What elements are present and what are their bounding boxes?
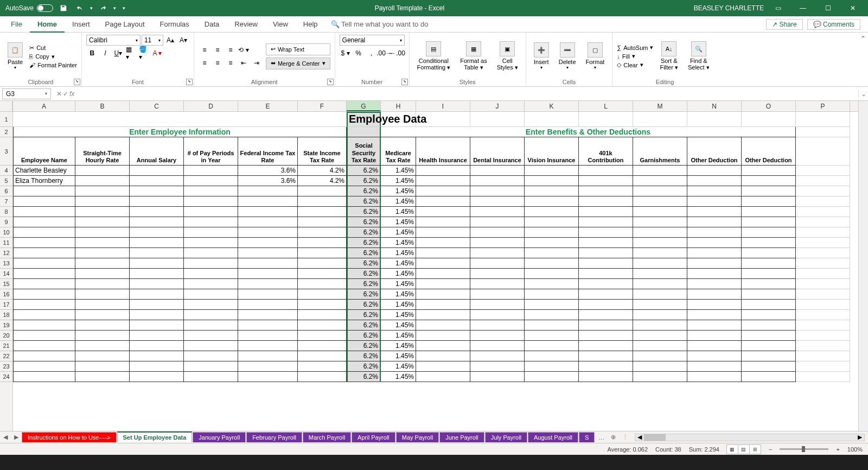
cell-B8[interactable] bbox=[75, 207, 130, 217]
sheet-tab-april-payroll[interactable]: April Payroll bbox=[352, 432, 395, 442]
cell-M11[interactable] bbox=[633, 238, 687, 248]
cell-D20[interactable] bbox=[184, 331, 238, 341]
cell-H16[interactable]: 1.45% bbox=[381, 289, 416, 300]
cell-C23[interactable] bbox=[130, 361, 184, 372]
cell-G21[interactable]: 6.2% bbox=[347, 341, 381, 351]
cell-D23[interactable] bbox=[184, 361, 238, 372]
cell-F24[interactable] bbox=[298, 372, 347, 382]
cancel-formula-icon[interactable]: ✕ bbox=[56, 90, 62, 98]
comma-format-icon[interactable]: , bbox=[366, 48, 378, 59]
cell-N15[interactable] bbox=[687, 279, 742, 289]
cell-L8[interactable] bbox=[579, 207, 633, 217]
cell-L11[interactable] bbox=[579, 238, 633, 248]
sheet-tab-june-payroll[interactable]: June Payroll bbox=[439, 432, 484, 442]
cell-B21[interactable] bbox=[75, 341, 130, 351]
sheet-tab-february-payroll[interactable]: February Payroll bbox=[246, 432, 302, 442]
format-as-table-button[interactable]: ▦Format as Table ▾ bbox=[457, 40, 490, 72]
cell-J15[interactable] bbox=[470, 279, 525, 289]
cell-M13[interactable] bbox=[633, 258, 687, 269]
cell-O20[interactable] bbox=[742, 331, 796, 341]
cell-A15[interactable] bbox=[13, 279, 75, 289]
cell-F22[interactable] bbox=[298, 351, 347, 361]
cell-M10[interactable] bbox=[633, 227, 687, 238]
cell-J12[interactable] bbox=[470, 248, 525, 258]
sheet-tab-instructions-on-how-to-use-[interactable]: Instructions on How to Use----> bbox=[22, 432, 117, 442]
comments-button[interactable]: 💬 Comments bbox=[807, 19, 860, 30]
cell-P23[interactable] bbox=[796, 361, 850, 372]
header-state-income-tax-rate[interactable]: State Income Tax Rate bbox=[298, 137, 347, 166]
cell-N21[interactable] bbox=[687, 341, 742, 351]
sheet-tab-january-payroll[interactable]: January Payroll bbox=[193, 432, 246, 442]
cell-B14[interactable] bbox=[75, 269, 130, 279]
header-health-insurance[interactable]: Health Insurance bbox=[416, 137, 470, 166]
tell-me-search[interactable]: 🔍 Tell me what you want to do bbox=[331, 20, 429, 28]
account-name[interactable]: BEASLEY CHARLETTE bbox=[694, 4, 764, 12]
cell-M23[interactable] bbox=[633, 361, 687, 372]
cell-C22[interactable] bbox=[130, 351, 184, 361]
cell-K15[interactable] bbox=[525, 279, 579, 289]
cell-K23[interactable] bbox=[525, 361, 579, 372]
column-header-M[interactable]: M bbox=[633, 101, 687, 111]
cell-B12[interactable] bbox=[75, 248, 130, 258]
cell-C18[interactable] bbox=[130, 310, 184, 320]
tab-view[interactable]: View bbox=[265, 16, 296, 33]
cell-N1[interactable] bbox=[687, 112, 742, 127]
cell-E15[interactable] bbox=[238, 279, 298, 289]
tab-home[interactable]: Home bbox=[30, 16, 65, 33]
zoom-out-icon[interactable]: − bbox=[769, 446, 772, 453]
cell-P9[interactable] bbox=[796, 217, 850, 227]
underline-button[interactable]: U ▾ bbox=[112, 48, 124, 59]
cell-O5[interactable] bbox=[742, 176, 796, 186]
cell-C24[interactable] bbox=[130, 372, 184, 382]
fill-button[interactable]: ↓ Fill ▾ bbox=[617, 53, 653, 60]
cell-A23[interactable] bbox=[13, 361, 75, 372]
column-header-G[interactable]: G bbox=[347, 101, 381, 111]
cell-P6[interactable] bbox=[796, 186, 850, 196]
cell-L6[interactable] bbox=[579, 186, 633, 196]
cell-D9[interactable] bbox=[184, 217, 238, 227]
cell-L15[interactable] bbox=[579, 279, 633, 289]
cell-H22[interactable]: 1.45% bbox=[381, 351, 416, 361]
insert-cells-button[interactable]: ➕Insert▾ bbox=[531, 41, 552, 71]
cell-K20[interactable] bbox=[525, 331, 579, 341]
cell-N17[interactable] bbox=[687, 300, 742, 310]
alignment-dialog-icon[interactable]: ⬊ bbox=[327, 79, 334, 85]
insert-function-icon[interactable]: fx bbox=[69, 90, 74, 98]
sheet-tab-may-payroll[interactable]: May Payroll bbox=[396, 432, 439, 442]
cell-J14[interactable] bbox=[470, 269, 525, 279]
font-name-combo[interactable]: Calibri▾ bbox=[86, 35, 141, 46]
header-social-security-tax-rate[interactable]: Social Security Tax Rate bbox=[347, 137, 381, 166]
cell-C12[interactable] bbox=[130, 248, 184, 258]
cell-B10[interactable] bbox=[75, 227, 130, 238]
cell-F18[interactable] bbox=[298, 310, 347, 320]
cell-D13[interactable] bbox=[184, 258, 238, 269]
cell-N8[interactable] bbox=[687, 207, 742, 217]
cell-P5[interactable] bbox=[796, 176, 850, 186]
cell-F6[interactable] bbox=[298, 186, 347, 196]
cell-E12[interactable] bbox=[238, 248, 298, 258]
cell-A6[interactable] bbox=[13, 186, 75, 196]
cell-styles-button[interactable]: ▣Cell Styles ▾ bbox=[494, 40, 521, 72]
column-header-E[interactable]: E bbox=[238, 101, 298, 111]
column-header-L[interactable]: L bbox=[579, 101, 633, 111]
border-button[interactable]: ▦ ▾ bbox=[125, 48, 137, 59]
cell-A12[interactable] bbox=[13, 248, 75, 258]
sheet-nav-next-icon[interactable]: ▶ bbox=[11, 434, 22, 441]
cell-M4[interactable] bbox=[633, 166, 687, 176]
share-button[interactable]: ↗ Share bbox=[766, 19, 802, 30]
cell-H15[interactable]: 1.45% bbox=[381, 279, 416, 289]
cell-N7[interactable] bbox=[687, 196, 742, 207]
cell-C21[interactable] bbox=[130, 341, 184, 351]
row-header-3[interactable]: 3 bbox=[0, 137, 12, 166]
cell-N16[interactable] bbox=[687, 289, 742, 300]
font-dialog-icon[interactable]: ⬊ bbox=[186, 79, 193, 85]
clipboard-dialog-icon[interactable]: ⬊ bbox=[74, 79, 80, 85]
cell-H8[interactable]: 1.45% bbox=[381, 207, 416, 217]
row-header-19[interactable]: 19 bbox=[0, 320, 12, 331]
cell-O7[interactable] bbox=[742, 196, 796, 207]
select-all-corner[interactable] bbox=[0, 101, 12, 112]
cell-D12[interactable] bbox=[184, 248, 238, 258]
cell-E5[interactable]: 3.6% bbox=[238, 176, 298, 186]
column-header-J[interactable]: J bbox=[470, 101, 525, 111]
cell-M14[interactable] bbox=[633, 269, 687, 279]
